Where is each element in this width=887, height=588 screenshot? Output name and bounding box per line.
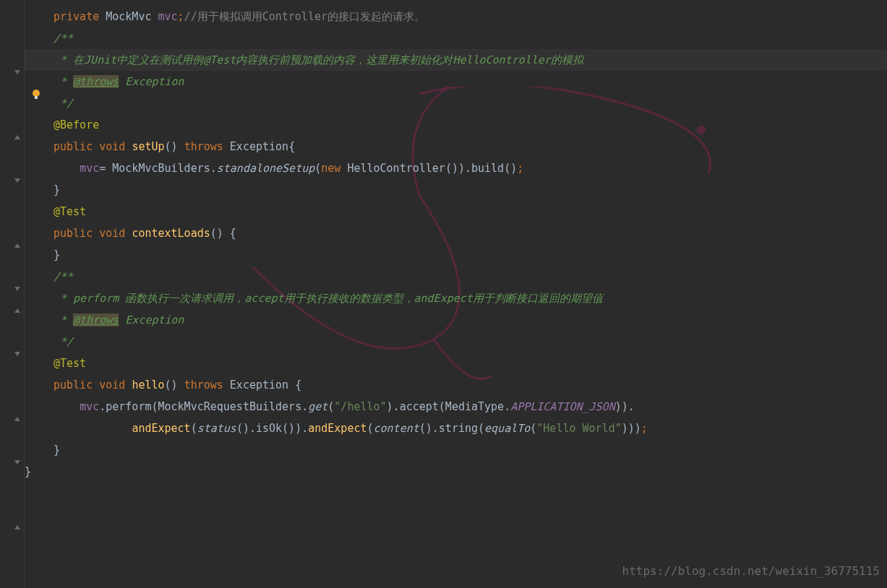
method-name: andExpect xyxy=(308,422,367,435)
fold-icon[interactable] xyxy=(13,241,23,251)
lightbulb-icon[interactable] xyxy=(30,86,42,98)
paren: ( xyxy=(367,422,374,435)
paren: ) xyxy=(295,422,301,435)
keyword: throws xyxy=(184,140,223,153)
semicolon: ; xyxy=(178,10,184,23)
code-line: * @throws Exception xyxy=(25,71,887,92)
paren: ( xyxy=(314,162,321,175)
class-ref: MockMvcBuilders. xyxy=(112,162,217,175)
code-line: andExpect(status().isOk()).andExpect(con… xyxy=(25,418,887,439)
operator: = xyxy=(99,162,106,175)
keyword: new xyxy=(321,162,340,175)
fold-icon[interactable] xyxy=(13,176,23,186)
fold-icon[interactable] xyxy=(13,306,23,316)
field-name: mvc xyxy=(158,10,178,23)
parens: () xyxy=(165,140,178,153)
fold-icon[interactable] xyxy=(13,133,23,143)
keyword: private xyxy=(53,10,99,23)
close-brace: } xyxy=(25,465,31,478)
code-line: private MockMvc mvc;//用于模拟调用Controller的接… xyxy=(25,6,887,27)
fold-icon[interactable] xyxy=(13,350,23,360)
javadoc-prefix: * xyxy=(53,75,73,88)
javadoc-close: */ xyxy=(53,97,73,110)
svg-rect-2 xyxy=(35,96,38,99)
field-name: mvc xyxy=(80,400,99,413)
annotation-test: @Test xyxy=(53,205,86,218)
parens: () xyxy=(419,422,432,435)
method-name: hello xyxy=(132,379,164,392)
method-chain: .accept(MediaType. xyxy=(393,400,511,413)
code-line: mvc.perform(MockMvcRequestBuilders.get("… xyxy=(25,396,887,418)
line-comment: //用于模拟调用Controller的接口发起的请求。 xyxy=(184,10,425,23)
code-line: } xyxy=(25,244,887,266)
javadoc-body: * perform 函数执行一次请求调用，accept用于执行接收的数据类型，a… xyxy=(53,292,603,305)
constant: APPLICATION_JSON xyxy=(510,400,615,413)
code-line: public void contextLoads() { xyxy=(25,222,887,244)
field-name: mvc xyxy=(80,162,99,175)
code-line: @Before xyxy=(25,114,887,136)
code-line: */ xyxy=(25,92,887,114)
paren: ( xyxy=(327,400,334,413)
fold-icon[interactable] xyxy=(13,285,23,295)
editor-gutter xyxy=(0,0,25,588)
method-name: setUp xyxy=(132,140,164,153)
javadoc-exception: Exception xyxy=(119,314,184,327)
javadoc-throws-tag: @throws xyxy=(73,75,119,88)
constructor: HelloController xyxy=(347,162,445,175)
javadoc-open: /** xyxy=(53,270,73,283)
static-method: get xyxy=(308,400,327,413)
parens: () xyxy=(165,379,178,392)
close-brace: } xyxy=(53,444,60,457)
paren: ) xyxy=(458,162,465,175)
brace: { xyxy=(288,379,301,392)
parens: () xyxy=(445,162,458,175)
code-line: */ xyxy=(25,331,887,353)
keyword: public xyxy=(53,227,93,240)
code-line: /** xyxy=(25,27,887,49)
code-line: } xyxy=(25,179,887,201)
javadoc-exception: Exception xyxy=(119,75,184,88)
code-editor[interactable]: private MockMvc mvc;//用于模拟调用Controller的接… xyxy=(25,6,887,483)
code-line: * perform 函数执行一次请求调用，accept用于执行接收的数据类型，a… xyxy=(25,287,887,309)
close-parens: ))) xyxy=(622,422,641,435)
code-line: public void setUp() throws Exception{ xyxy=(25,136,887,157)
method-chain: .perform(MockMvcRequestBuilders. xyxy=(99,400,308,413)
parens: () xyxy=(282,422,295,435)
close-parens: )). xyxy=(615,400,635,413)
code-line-highlighted: * 在JUnit中定义在测试用例@Test内容执行前预加载的内容，这里用来初始化… xyxy=(25,49,887,71)
keyword: void xyxy=(99,379,125,392)
svg-point-1 xyxy=(33,90,40,97)
paren: ( xyxy=(530,422,536,435)
fold-icon[interactable] xyxy=(13,415,23,425)
fold-icon[interactable] xyxy=(13,458,23,468)
parens: () xyxy=(236,422,249,435)
watermark-url: https://blog.csdn.net/weixin_36775115 xyxy=(622,561,880,582)
keyword: void xyxy=(99,227,125,240)
code-line: } xyxy=(25,461,887,483)
method-call: .isOk xyxy=(249,422,282,435)
code-line: public void hello() throws Exception { xyxy=(25,374,887,396)
code-line: * @throws Exception xyxy=(25,309,887,331)
type-name: MockMvc xyxy=(106,10,151,23)
fold-icon[interactable] xyxy=(13,523,23,533)
code-line: @Test xyxy=(25,201,887,222)
fold-icon[interactable] xyxy=(13,68,23,78)
dot: . xyxy=(301,422,308,435)
code-line: @Test xyxy=(25,353,887,374)
parens: () xyxy=(504,162,517,175)
javadoc-body: * 在JUnit中定义在测试用例@Test内容执行前预加载的内容，这里用来初始化… xyxy=(53,53,583,66)
annotation-test: @Test xyxy=(53,357,86,370)
paren: ( xyxy=(191,422,197,435)
keyword: void xyxy=(99,140,125,153)
keyword: public xyxy=(53,140,93,153)
annotation-before: @Before xyxy=(53,118,99,131)
method-call: .string( xyxy=(432,422,484,435)
code-line: /** xyxy=(25,266,887,287)
javadoc-throws-tag: @throws xyxy=(73,314,119,327)
code-line: mvc= MockMvcBuilders.standaloneSetup(new… xyxy=(25,157,887,179)
semicolon: ; xyxy=(641,422,648,435)
brace: { xyxy=(223,227,236,240)
parens: () xyxy=(210,227,223,240)
exception-type: Exception xyxy=(230,379,288,392)
javadoc-prefix: * xyxy=(53,314,73,327)
